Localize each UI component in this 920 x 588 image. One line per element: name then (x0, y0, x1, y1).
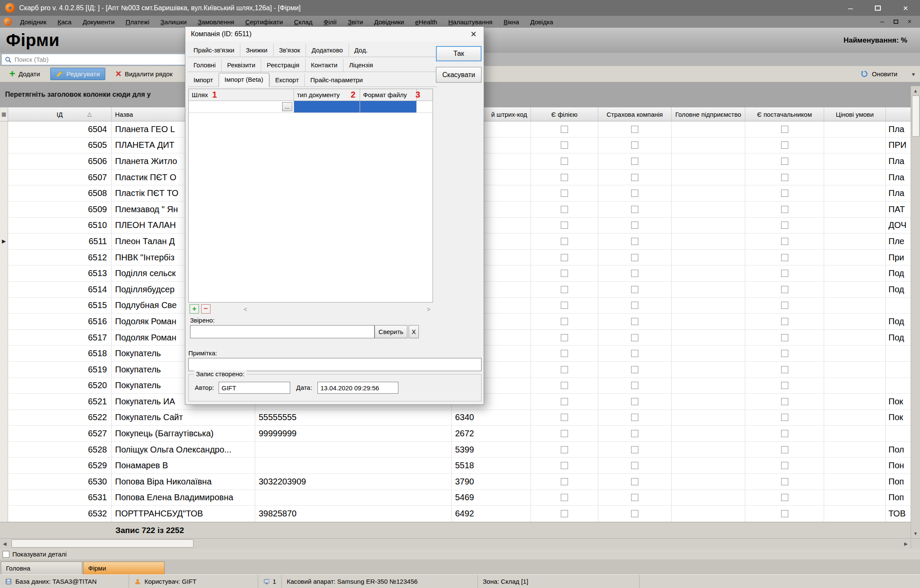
checkbox[interactable] (561, 141, 568, 149)
mdi-close-icon[interactable]: × (908, 18, 911, 25)
checkbox[interactable] (631, 510, 638, 517)
checkbox[interactable] (781, 206, 788, 213)
bottom-tab-firms[interactable]: Фірми (83, 562, 164, 574)
checkbox[interactable] (631, 494, 638, 501)
nav-remove-button[interactable]: − (201, 304, 211, 314)
checkbox[interactable] (561, 126, 568, 133)
checkbox[interactable] (631, 478, 638, 485)
doctype-cell[interactable] (294, 101, 360, 112)
column-header-head-company[interactable]: Головне підприємство (672, 107, 745, 121)
scroll-right-icon[interactable]: ▶ (901, 539, 911, 549)
column-header-id[interactable]: ІД△ (8, 107, 112, 121)
table-row[interactable]: 6529Понамарев В5518Пон (0, 458, 920, 474)
menu-item[interactable]: Склад (288, 17, 318, 27)
checkbox[interactable] (781, 350, 788, 357)
checkbox[interactable] (781, 366, 788, 373)
import-column-path[interactable]: Шлях 1 (189, 89, 294, 101)
fileformat-cell[interactable] (360, 101, 417, 112)
checkbox[interactable] (561, 302, 568, 309)
nav-add-button[interactable]: + (190, 304, 199, 314)
bottom-tab-main[interactable]: Головна (1, 562, 82, 574)
toolbar-dropdown-icon[interactable]: ▾ (906, 71, 915, 78)
checkbox[interactable] (561, 158, 568, 165)
maximize-icon[interactable] (875, 6, 881, 11)
dialog-tab[interactable]: Реєстрація (261, 59, 305, 72)
nav-prev-icon[interactable]: < (244, 306, 247, 313)
checkbox[interactable] (781, 462, 788, 469)
checkbox[interactable] (631, 302, 638, 309)
dialog-tab[interactable]: Імпорт (Beta) (219, 73, 269, 87)
checkbox[interactable] (631, 158, 638, 165)
close-icon[interactable]: × (903, 4, 908, 12)
checkbox[interactable] (561, 270, 568, 277)
scroll-down-icon[interactable]: ▼ (911, 529, 920, 538)
dialog-tab[interactable]: Прайс-параметри (304, 74, 368, 86)
v-scroll-thumb[interactable] (912, 95, 920, 137)
checkbox[interactable] (631, 206, 638, 213)
menu-item[interactable]: Каса (52, 17, 77, 27)
column-header-is-branch[interactable]: Є філією (531, 107, 598, 121)
checkbox[interactable] (561, 206, 568, 213)
refresh-button[interactable]: Оновити (856, 68, 902, 80)
ok-button[interactable]: Так (436, 46, 482, 61)
dialog-tab[interactable]: Дод. (349, 44, 373, 57)
add-button[interactable]: + Додати (5, 67, 44, 81)
mdi-restore-icon[interactable] (894, 20, 898, 24)
mdi-minimize-icon[interactable]: – (880, 18, 884, 25)
checkbox[interactable] (561, 510, 568, 517)
checkbox[interactable] (781, 510, 788, 517)
checkbox[interactable] (631, 286, 638, 293)
verify-button[interactable]: Сверить (375, 325, 407, 338)
dialog-close-icon[interactable]: × (469, 29, 478, 39)
menu-item[interactable]: Філії (318, 17, 342, 27)
checkbox[interactable] (561, 414, 568, 421)
verified-input[interactable] (190, 325, 375, 338)
dialog-tab[interactable]: Головні (188, 59, 221, 72)
column-header-tail[interactable] (886, 107, 911, 121)
author-input[interactable] (219, 382, 290, 394)
dialog-tab[interactable]: Знижки (240, 44, 273, 57)
checkbox[interactable] (631, 446, 638, 453)
checkbox[interactable] (561, 190, 568, 197)
checkbox[interactable] (631, 366, 638, 373)
minimize-icon[interactable]: – (848, 4, 853, 12)
checkbox[interactable] (561, 478, 568, 485)
menu-item[interactable]: Платежі (120, 17, 155, 27)
scroll-up-icon[interactable]: ▲ (911, 86, 920, 95)
checkbox[interactable] (781, 141, 788, 149)
checkbox[interactable] (631, 430, 638, 437)
checkbox[interactable] (781, 302, 788, 309)
checkbox[interactable] (631, 222, 638, 229)
checkbox[interactable] (631, 382, 638, 389)
checkbox[interactable] (781, 334, 788, 341)
menu-item[interactable]: Довідник (14, 17, 52, 27)
column-header-is-supplier[interactable]: Є постачальником (745, 107, 824, 121)
verify-clear-button[interactable]: X (409, 325, 419, 338)
table-row[interactable]: 6522Покупатель Сайт555555556340Пок (0, 410, 920, 426)
column-header-insurance[interactable]: Страхова компанія (598, 107, 672, 121)
dialog-tab[interactable]: Контакти (305, 59, 343, 72)
menu-item[interactable]: Налаштування (443, 17, 498, 27)
table-row[interactable]: 6531Попова Елена Владимировна5469Поп (0, 490, 920, 506)
vertical-scrollbar[interactable]: ▲ ▼ (911, 86, 920, 538)
checkbox[interactable] (561, 222, 568, 229)
horizontal-scrollbar[interactable]: ◀ ▶ (0, 538, 920, 549)
checkbox[interactable] (631, 270, 638, 277)
checkbox[interactable] (781, 414, 788, 421)
date-input[interactable] (317, 382, 398, 394)
checkbox[interactable] (781, 446, 788, 453)
menu-item[interactable]: Замовлення (192, 17, 239, 27)
checkbox[interactable] (781, 126, 788, 133)
scroll-left-icon[interactable]: ◀ (0, 539, 9, 549)
checkbox[interactable] (561, 382, 568, 389)
browse-button[interactable]: ... (282, 102, 292, 111)
note-input[interactable] (188, 358, 482, 371)
checkbox[interactable] (561, 430, 568, 437)
checkbox[interactable] (631, 190, 638, 197)
menu-item[interactable]: Документи (77, 17, 120, 27)
checkbox[interactable] (631, 334, 638, 341)
menu-item[interactable]: Довідники (369, 17, 410, 27)
menu-item[interactable]: Вікна (498, 17, 525, 27)
menu-item[interactable]: Довідка (525, 17, 559, 27)
checkbox[interactable] (561, 350, 568, 357)
